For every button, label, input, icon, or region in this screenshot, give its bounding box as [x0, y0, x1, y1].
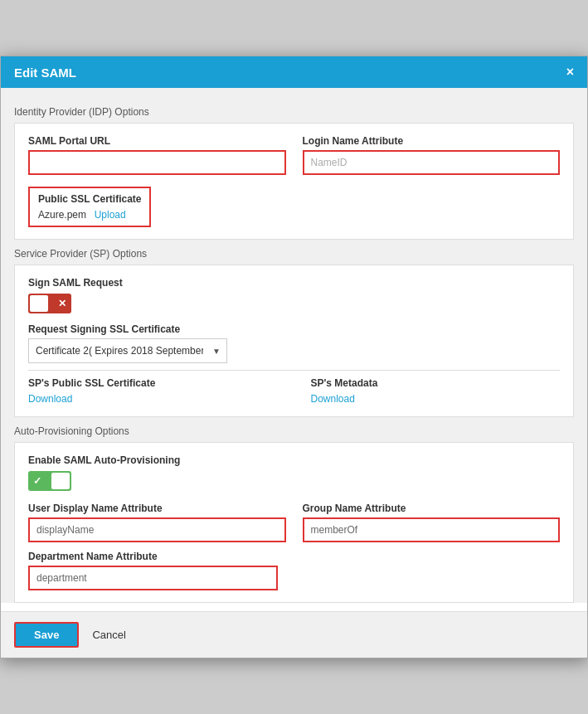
department-name-label: Department Name Attribute — [28, 551, 560, 562]
sign-saml-label: Sign SAML Request — [28, 277, 560, 289]
department-name-row: Department Name Attribute — [28, 551, 560, 590]
cert-filename: Azure.pem — [38, 209, 86, 221]
auto-prov-section-label: Auto-Provisioning Options — [14, 425, 574, 437]
user-display-name-input[interactable] — [28, 517, 286, 542]
toggle-knob-on — [51, 473, 70, 489]
divider — [28, 370, 560, 371]
sp-metadata-label: SP's Metadata — [311, 377, 561, 389]
sp-public-ssl-label: SP's Public SSL Certificate — [28, 377, 278, 389]
request-signing-ssl-row: Request Signing SSL Certificate Certific… — [28, 323, 560, 363]
enable-saml-toggle-container: ✓ — [28, 471, 560, 491]
enable-saml-label: Enable SAML Auto-Provisioning — [28, 454, 560, 466]
sp-public-ssl-download[interactable]: Download — [28, 393, 72, 405]
department-name-input[interactable] — [28, 566, 278, 590]
modal-title: Edit SAML — [14, 66, 76, 80]
modal-header: Edit SAML × — [1, 56, 587, 88]
sp-metadata-col: SP's Metadata Download — [311, 377, 561, 405]
toggle-knob — [30, 295, 48, 312]
save-button[interactable]: Save — [14, 622, 79, 648]
public-ssl-cert-row: Public SSL Certificate Azure.pem Upload — [28, 183, 560, 227]
close-button[interactable]: × — [566, 65, 574, 80]
request-signing-ssl-label: Request Signing SSL Certificate — [28, 323, 560, 335]
idp-section-label: Identity Provider (IDP) Options — [14, 106, 574, 118]
sp-public-ssl-col: SP's Public SSL Certificate Download — [28, 377, 278, 405]
saml-portal-url-col: SAML Portal URL — [28, 135, 286, 175]
toggle-on-icon: ✓ — [33, 475, 41, 487]
user-group-attr-row: User Display Name Attribute Group Name A… — [28, 503, 560, 542]
public-ssl-cert-box: Public SSL Certificate Azure.pem Upload — [28, 187, 151, 227]
saml-portal-url-label: SAML Portal URL — [28, 135, 286, 147]
user-display-name-label: User Display Name Attribute — [28, 503, 286, 514]
idp-top-row: SAML Portal URL Login Name Attribute — [28, 135, 560, 175]
sign-saml-toggle[interactable]: ✕ — [28, 294, 71, 313]
auto-prov-section-box: Enable SAML Auto-Provisioning ✓ User Dis… — [14, 442, 574, 603]
saml-portal-url-input[interactable] — [28, 150, 286, 175]
modal-footer: Save Cancel — [1, 611, 587, 658]
sp-section-box: Sign SAML Request ✕ Request Signing SSL … — [14, 265, 574, 417]
login-name-attr-label: Login Name Attribute — [303, 135, 561, 147]
group-name-attr-input[interactable] — [303, 517, 561, 542]
public-ssl-cert-label: Public SSL Certificate — [38, 193, 141, 205]
cancel-button[interactable]: Cancel — [92, 629, 125, 641]
modal-body: Identity Provider (IDP) Options SAML Por… — [1, 88, 587, 603]
sp-metadata-download[interactable]: Download — [311, 393, 355, 405]
idp-section-box: SAML Portal URL Login Name Attribute Pub… — [14, 123, 574, 240]
user-display-name-col: User Display Name Attribute — [28, 503, 286, 542]
group-name-attr-col: Group Name Attribute — [303, 503, 561, 542]
login-name-attr-col: Login Name Attribute — [303, 135, 561, 175]
request-signing-ssl-select[interactable]: Certificate 2( Expires 2018 September ) — [28, 338, 227, 363]
group-name-attr-label: Group Name Attribute — [303, 503, 561, 514]
sign-saml-toggle-container: ✕ — [28, 294, 560, 313]
sp-section-label: Service Provider (SP) Options — [14, 248, 574, 260]
toggle-off-icon: ✕ — [58, 298, 66, 309]
upload-link[interactable]: Upload — [95, 209, 126, 221]
enable-saml-toggle[interactable]: ✓ — [28, 471, 71, 491]
edit-saml-modal: Edit SAML × Identity Provider (IDP) Opti… — [0, 56, 588, 658]
login-name-attr-input[interactable] — [303, 150, 561, 175]
request-signing-ssl-select-wrap: Certificate 2( Expires 2018 September ) … — [28, 338, 227, 363]
sp-cert-metadata-row: SP's Public SSL Certificate Download SP'… — [28, 377, 560, 405]
